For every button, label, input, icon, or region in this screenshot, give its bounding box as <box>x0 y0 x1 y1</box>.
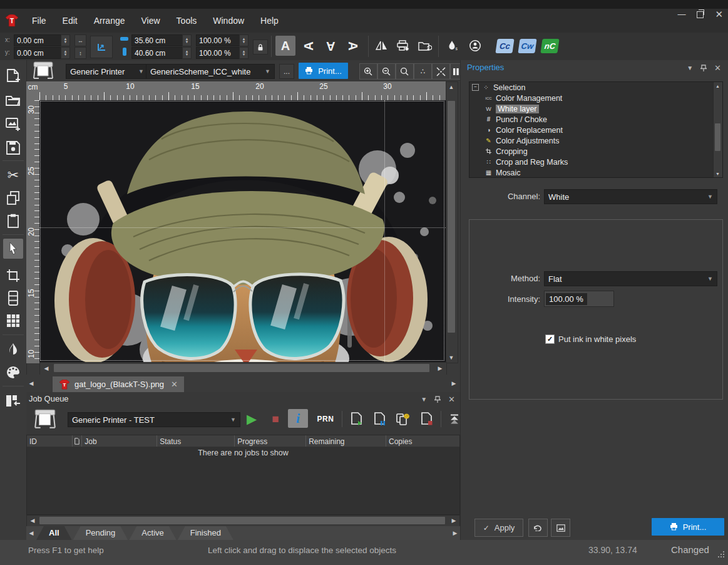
mirror-button[interactable] <box>372 36 392 56</box>
queue-start-button[interactable]: ▶ <box>242 410 262 428</box>
channel-select[interactable]: White▼ <box>544 189 717 204</box>
tab-active[interactable]: Active <box>129 526 176 540</box>
tab-finished[interactable]: Finished <box>178 526 233 540</box>
grid-tool-button[interactable] <box>3 311 23 331</box>
menu-edit[interactable]: Edit <box>54 9 86 33</box>
tab-close-icon[interactable]: ✕ <box>171 380 178 389</box>
scale-x-input[interactable]: 100.00 % <box>196 34 244 46</box>
cw-badge-icon[interactable]: Cw <box>518 39 536 53</box>
save-button[interactable] <box>3 138 23 158</box>
ink-tool-button[interactable] <box>3 340 23 360</box>
col-job[interactable]: Job <box>82 435 157 447</box>
tabs-right-icon[interactable]: ▶ <box>450 526 460 540</box>
col-status[interactable]: Status <box>157 435 235 447</box>
tree-item-white-layer[interactable]: W White layer <box>469 103 722 114</box>
print-setup-button[interactable] <box>393 36 413 56</box>
scroll-up-icon[interactable]: ▲ <box>446 83 456 91</box>
tree-scroll-thumb[interactable] <box>715 123 720 151</box>
tree-root-row[interactable]: − ⁘ Selection <box>469 82 722 93</box>
col-id[interactable]: ID <box>27 435 73 447</box>
collapse-node-icon[interactable]: − <box>472 84 479 91</box>
tree-item-punch-choke[interactable]: # Punch / Choke <box>469 114 722 125</box>
tree-scrollbar[interactable]: ▲ ▼ <box>713 82 722 177</box>
import-image-button[interactable] <box>3 114 23 134</box>
menu-view[interactable]: View <box>133 9 168 33</box>
v-scroll-thumb[interactable] <box>448 101 455 333</box>
canvas-horizontal-scrollbar[interactable]: ◀ ▶ <box>39 362 447 375</box>
scroll-down-icon[interactable]: ▼ <box>446 354 456 361</box>
paste-button[interactable] <box>3 210 23 231</box>
resume-job-button[interactable] <box>347 410 367 428</box>
horizontal-constraint-button[interactable]: ↔ <box>74 34 86 46</box>
queue-stop-button[interactable]: ■ <box>265 410 285 428</box>
y-stepper[interactable]: ▲▼ <box>61 47 70 59</box>
intensity-input[interactable]: 100.00 % <box>544 291 614 307</box>
document-tab[interactable]: T gat_logo_(BlackT-S).png ✕ <box>53 376 184 392</box>
vertical-constraint-button[interactable]: ↕ <box>74 47 86 59</box>
printer-select[interactable]: Generic Printer▼ <box>66 64 148 79</box>
dock-layout-button[interactable] <box>3 391 23 411</box>
menu-arrange[interactable]: Arrange <box>86 9 133 33</box>
cc-badge-icon[interactable]: Cc <box>495 39 514 53</box>
col-copies[interactable]: Copies <box>386 435 459 447</box>
orient-180-button[interactable]: A <box>320 36 341 56</box>
tree-item-color-adjustments[interactable]: ✎ Color Adjustments <box>469 135 722 146</box>
fit-objects-button[interactable]: ∴ <box>414 63 432 80</box>
undo-button[interactable] <box>528 519 548 537</box>
col-doc-icon[interactable] <box>73 435 82 447</box>
pin-icon[interactable] <box>434 396 441 403</box>
x-stepper[interactable]: ▲▼ <box>61 34 70 46</box>
orient-0-button[interactable]: A <box>275 36 295 56</box>
import-folder-button[interactable] <box>415 36 435 56</box>
y-position-input[interactable]: 0.00 cm <box>14 47 65 59</box>
zoom-in-button[interactable] <box>359 63 377 80</box>
menu-window[interactable]: Window <box>205 9 252 33</box>
restore-button[interactable] <box>697 11 704 18</box>
job-info-button[interactable]: i <box>288 409 308 428</box>
scale-y-stepper[interactable]: ▲▼ <box>239 47 249 59</box>
tree-item-color-management[interactable]: ICC Color Management <box>469 93 722 103</box>
crop-tool-button[interactable] <box>3 266 23 286</box>
job-scroll-thumb[interactable] <box>39 517 445 524</box>
close-panel-icon[interactable]: ✕ <box>714 63 721 73</box>
pin-icon[interactable] <box>700 65 707 72</box>
width-stepper[interactable]: ▲▼ <box>182 34 192 46</box>
col-progress[interactable]: Progress <box>235 435 306 447</box>
canvas-vertical-scrollbar[interactable]: ▲ ▼ <box>446 81 458 363</box>
copy-button[interactable] <box>3 188 23 208</box>
resize-grip[interactable] <box>718 551 724 557</box>
menu-help[interactable]: Help <box>252 9 287 33</box>
h-scroll-thumb[interactable] <box>54 364 429 372</box>
method-select[interactable]: Flat▼ <box>544 271 717 286</box>
tree-item-crop-reg-marks[interactable]: ∷ Crop and Reg Marks <box>469 157 722 167</box>
new-document-button[interactable] <box>3 66 23 86</box>
nc-badge-icon[interactable]: nC <box>540 39 559 53</box>
tab-all[interactable]: All <box>36 526 72 540</box>
orient-270-button[interactable]: A <box>342 36 362 56</box>
scale-x-stepper[interactable]: ▲▼ <box>239 34 249 46</box>
tab-scroll-right-icon[interactable]: ▶ <box>450 378 458 388</box>
menu-file[interactable]: File <box>24 9 54 33</box>
palette-tool-button[interactable] <box>3 362 23 382</box>
collapse-icon[interactable]: ▼ <box>421 396 427 403</box>
tabs-left-icon[interactable]: ◀ <box>26 526 36 540</box>
scheme-select[interactable]: GenericScheme_ICC_white▼ <box>146 64 275 79</box>
pause-job-button[interactable] <box>370 410 390 428</box>
abort-job-button[interactable] <box>417 410 437 428</box>
zoom-out-button[interactable] <box>377 63 396 80</box>
white-pixels-checkbox[interactable]: ✓ <box>545 334 555 344</box>
prn-button[interactable]: PRN <box>315 410 336 428</box>
close-panel-icon[interactable]: ✕ <box>448 395 455 404</box>
apply-button[interactable]: ✓ Apply <box>474 519 523 537</box>
scroll-left-icon[interactable]: ◀ <box>29 516 36 526</box>
properties-print-button[interactable]: Print... <box>652 518 724 536</box>
width-input[interactable]: 35.60 cm <box>131 34 187 46</box>
print-button[interactable]: Print... <box>299 63 348 79</box>
fit-page-button[interactable] <box>432 63 450 80</box>
tree-item-color-replacement[interactable]: ◑ Color Replacement <box>469 125 722 135</box>
tab-pending[interactable]: Pending <box>73 526 128 540</box>
lock-aspect-button[interactable] <box>253 39 268 54</box>
tiles-tool-button[interactable] <box>3 288 23 308</box>
scroll-up-icon[interactable]: ▲ <box>714 83 722 89</box>
close-button[interactable]: ✕ <box>715 10 723 19</box>
